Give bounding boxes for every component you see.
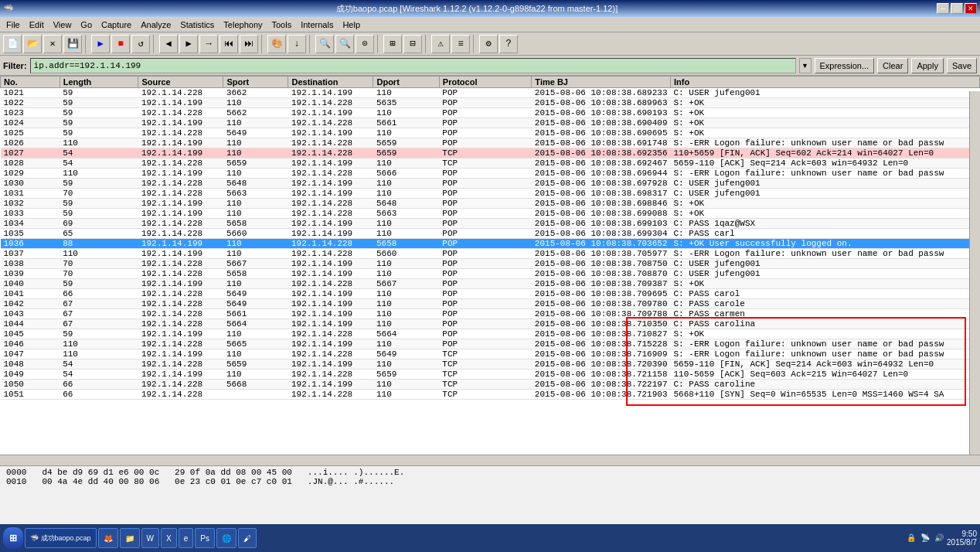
col-src[interactable]: Source (138, 77, 223, 88)
apply-button[interactable]: Apply (911, 58, 944, 73)
menu-help[interactable]: Help (338, 19, 365, 31)
tb-help[interactable]: ? (499, 35, 518, 53)
menu-capture[interactable]: Capture (97, 19, 136, 31)
menu-statistics[interactable]: Statistics (175, 19, 219, 31)
table-row[interactable]: 103870192.1.14.2285667192.1.14.199110POP… (1, 259, 980, 269)
table-row[interactable]: 104059192.1.14.199110192.1.14.2285667POP… (1, 279, 980, 289)
table-row[interactable]: 103059192.1.14.2285648192.1.14.199110POP… (1, 179, 980, 189)
table-row[interactable]: 105066192.1.14.2285668192.1.14.199110TCP… (1, 380, 980, 390)
tb-first[interactable]: ⏮ (219, 35, 238, 53)
tb-zoom-out[interactable]: 🔍 (335, 35, 354, 53)
tb-save[interactable]: 💾 (63, 35, 82, 53)
menu-telephony[interactable]: Telephony (219, 19, 267, 31)
menu-file[interactable]: File (2, 19, 25, 31)
tb-capture-stop[interactable]: ■ (111, 35, 130, 53)
bottom-scrollbar[interactable] (0, 455, 980, 465)
table-row[interactable]: 102459192.1.14.199110192.1.14.2285661POP… (1, 118, 980, 128)
tb-new[interactable]: 📄 (3, 35, 22, 53)
cell-0: 1025 (1, 128, 60, 138)
taskbar-item-firefox[interactable]: 🦊 (98, 528, 118, 548)
col-dport[interactable]: Dport (373, 77, 439, 88)
tb-expert[interactable]: ⚠ (431, 35, 450, 53)
table-row[interactable]: 102259192.1.14.199110192.1.14.2285635POP… (1, 98, 980, 108)
save-button[interactable]: Save (947, 58, 977, 73)
table-row[interactable]: 102359192.1.14.2285662192.1.14.199110POP… (1, 108, 980, 118)
taskbar-item-excel[interactable]: X (161, 528, 177, 548)
table-row[interactable]: 104467192.1.14.2285664192.1.14.199110POP… (1, 319, 980, 329)
menu-edit[interactable]: Edit (25, 19, 49, 31)
col-proto[interactable]: Protocol (439, 77, 532, 88)
tb-colorize[interactable]: 🎨 (267, 35, 286, 53)
table-row[interactable]: 103970192.1.14.2285658192.1.14.199110POP… (1, 269, 980, 279)
table-row[interactable]: 104854192.1.14.2285659192.1.14.199110TCP… (1, 359, 980, 370)
col-time[interactable]: Time BJ (532, 77, 671, 88)
start-button[interactable]: ⊞ (3, 527, 23, 549)
table-row[interactable]: 105166192.1.14.228192.1.14.228110TCP2015… (1, 390, 980, 400)
vertical-scrollbar[interactable] (969, 91, 980, 455)
table-row[interactable]: 1029110192.1.14.199110192.1.14.2285666PO… (1, 169, 980, 179)
tb-fwd[interactable]: ▶ (179, 35, 198, 53)
cell-5: 110 (373, 390, 439, 400)
tb-resize-cols[interactable]: ⊞ (383, 35, 402, 53)
minimize-button[interactable]: ─ (937, 3, 949, 14)
table-row[interactable]: 104954192.1.14.199110192.1.14.2285659TCP… (1, 370, 980, 380)
table-row[interactable]: 104166192.1.14.2285649192.1.14.199110POP… (1, 289, 980, 299)
table-row[interactable]: 102754192.1.14.199110192.1.14.2285659TCP… (1, 148, 980, 158)
table-row[interactable]: 102854192.1.14.2285659192.1.14.199110TCP… (1, 158, 980, 169)
taskbar-item-wireshark[interactable]: 🦈 成功baopo.pcap (25, 528, 97, 548)
close-button[interactable]: ✕ (965, 3, 977, 14)
tb-restart[interactable]: ↺ (131, 35, 150, 53)
table-row[interactable]: 104267192.1.14.2285649192.1.14.199110POP… (1, 299, 980, 309)
taskbar-item-paint[interactable]: 🖌 (238, 528, 257, 548)
cell-7: 2015-08-06 10:08:38.689233 (532, 88, 671, 98)
tb-back[interactable]: ◀ (159, 35, 178, 53)
tb-settings[interactable]: ⚙ (479, 35, 498, 53)
expression-button[interactable]: Expression... (815, 58, 875, 73)
col-sport[interactable]: Sport (223, 77, 288, 88)
tb-goto[interactable]: → (199, 35, 218, 53)
menu-view[interactable]: View (49, 19, 77, 31)
table-row[interactable]: 102559192.1.14.2285649192.1.14.199110POP… (1, 128, 980, 138)
bottom-panel: 0000 d4 be d9 69 d1 e6 00 0c 29 0f 0a dd… (0, 465, 980, 527)
tb-zoom-normal[interactable]: ⊙ (356, 35, 374, 53)
table-row[interactable]: 1026110192.1.14.199110192.1.14.2285659PO… (1, 138, 980, 148)
table-row[interactable]: 102159192.1.14.2283662192.1.14.199110POP… (1, 88, 980, 98)
table-row[interactable]: 103565192.1.14.2285660192.1.14.199110POP… (1, 229, 980, 239)
tb-resize-panes[interactable]: ⊟ (403, 35, 422, 53)
table-row[interactable]: 1046110192.1.14.2285665192.1.14.199110PO… (1, 339, 980, 349)
clear-button[interactable]: Clear (877, 58, 908, 73)
table-row[interactable]: 104367192.1.14.2285661192.1.14.199110POP… (1, 309, 980, 319)
tb-open[interactable]: 📂 (23, 35, 42, 53)
taskbar-item-ie[interactable]: e (179, 528, 194, 548)
table-row[interactable]: 1047110192.1.14.199110192.1.14.2285649TC… (1, 349, 980, 359)
menu-internals[interactable]: Internals (296, 19, 338, 31)
menu-tools[interactable]: Tools (267, 19, 297, 31)
table-row[interactable]: 103170192.1.14.2285663192.1.14.199110POP… (1, 189, 980, 199)
table-row[interactable]: 103359192.1.14.199110192.1.14.2285663POP… (1, 209, 980, 219)
tb-capture-start[interactable]: ▶ (91, 35, 110, 53)
table-row[interactable]: 103469192.1.14.2285658192.1.14.199110POP… (1, 219, 980, 229)
tb-zoom-in[interactable]: 🔍 (315, 35, 334, 53)
cell-6: TCP (439, 349, 532, 359)
col-len[interactable]: Length (60, 77, 138, 88)
tb-stream[interactable]: ≡ (451, 35, 470, 53)
tb-last[interactable]: ⏭ (240, 35, 258, 53)
maximize-button[interactable]: □ (951, 3, 963, 14)
col-no[interactable]: No. (1, 77, 60, 88)
table-row[interactable]: 103259192.1.14.199110192.1.14.2285648POP… (1, 199, 980, 209)
col-dst[interactable]: Destination (288, 77, 373, 88)
menu-go[interactable]: Go (76, 19, 97, 31)
menu-analyze[interactable]: Analyze (136, 19, 175, 31)
col-info[interactable]: Info (671, 77, 980, 88)
table-row[interactable]: 103688192.1.14.199110192.1.14.2285658POP… (1, 239, 980, 249)
table-row[interactable]: 1037110192.1.14.199110192.1.14.2285660PO… (1, 249, 980, 259)
filter-input[interactable] (30, 58, 796, 73)
filter-dropdown-btn[interactable]: ▼ (799, 58, 812, 73)
tb-autoscroll[interactable]: ↓ (288, 35, 306, 53)
taskbar-item-ps[interactable]: Ps (195, 528, 215, 548)
taskbar-item-ie2[interactable]: 🌐 (216, 528, 236, 548)
table-row[interactable]: 104559192.1.14.199110192.1.14.2285664POP… (1, 329, 980, 339)
taskbar-item-folder[interactable]: 📁 (120, 528, 140, 548)
tb-close[interactable]: ✕ (43, 35, 62, 53)
taskbar-item-word[interactable]: W (141, 528, 159, 548)
